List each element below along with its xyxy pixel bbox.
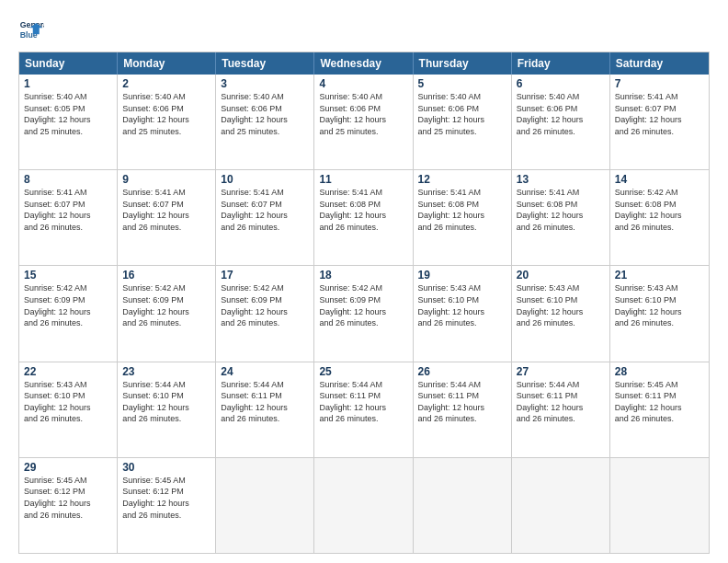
cell-line: Sunrise: 5:44 AM bbox=[122, 379, 210, 391]
cell-line: Sunrise: 5:41 AM bbox=[615, 91, 704, 103]
day-number: 22 bbox=[24, 365, 112, 378]
cell-line: and 26 minutes. bbox=[418, 222, 506, 234]
cell-line: Daylight: 12 hours bbox=[24, 306, 112, 318]
cell-line: Daylight: 12 hours bbox=[122, 306, 210, 318]
day-cell-12: 12Sunrise: 5:41 AMSunset: 6:08 PMDayligh… bbox=[414, 170, 512, 265]
cell-line: Sunset: 6:11 PM bbox=[517, 390, 605, 402]
cell-line: Sunrise: 5:42 AM bbox=[24, 282, 112, 294]
cell-line: Sunset: 6:11 PM bbox=[319, 390, 407, 402]
day-number: 20 bbox=[517, 269, 605, 282]
cell-line: Sunset: 6:07 PM bbox=[24, 199, 112, 211]
cell-line: Sunset: 6:07 PM bbox=[615, 103, 704, 115]
day-number: 13 bbox=[517, 173, 605, 186]
day-number: 2 bbox=[122, 77, 210, 90]
cell-line: Sunrise: 5:41 AM bbox=[24, 187, 112, 199]
cell-line: Sunrise: 5:43 AM bbox=[615, 282, 704, 294]
day-number: 6 bbox=[517, 77, 605, 90]
cell-line: Sunset: 6:06 PM bbox=[319, 103, 407, 115]
cell-line: Sunset: 6:06 PM bbox=[221, 103, 309, 115]
day-cell-22: 22Sunrise: 5:43 AMSunset: 6:10 PMDayligh… bbox=[19, 362, 118, 457]
cell-line: and 26 minutes. bbox=[319, 222, 407, 234]
cell-line: Sunrise: 5:45 AM bbox=[24, 475, 112, 487]
calendar-row-2: 8Sunrise: 5:41 AMSunset: 6:07 PMDaylight… bbox=[19, 169, 709, 265]
cell-line: Daylight: 12 hours bbox=[319, 306, 407, 318]
cell-line: and 25 minutes. bbox=[319, 126, 407, 138]
cell-line: Sunset: 6:10 PM bbox=[122, 390, 210, 402]
day-cell-7: 7Sunrise: 5:41 AMSunset: 6:07 PMDaylight… bbox=[610, 75, 709, 169]
cell-line: Daylight: 12 hours bbox=[615, 306, 704, 318]
day-number: 29 bbox=[24, 461, 112, 474]
day-cell-8: 8Sunrise: 5:41 AMSunset: 6:07 PMDaylight… bbox=[19, 170, 118, 265]
cell-line: Daylight: 12 hours bbox=[517, 114, 605, 126]
cell-line: Daylight: 12 hours bbox=[221, 402, 309, 414]
cell-line: Sunset: 6:12 PM bbox=[24, 486, 112, 498]
cell-line: Daylight: 12 hours bbox=[517, 210, 605, 222]
cell-line: and 26 minutes. bbox=[122, 510, 210, 522]
day-number: 28 bbox=[615, 365, 704, 378]
day-cell-2: 2Sunrise: 5:40 AMSunset: 6:06 PMDaylight… bbox=[118, 75, 216, 169]
weekday-header-wednesday: Wednesday bbox=[314, 52, 413, 75]
cell-line: and 25 minutes. bbox=[122, 126, 210, 138]
day-cell-27: 27Sunrise: 5:44 AMSunset: 6:11 PMDayligh… bbox=[512, 362, 610, 457]
cell-line: Daylight: 12 hours bbox=[24, 498, 112, 510]
cell-line: Daylight: 12 hours bbox=[418, 210, 506, 222]
cell-line: Daylight: 12 hours bbox=[418, 306, 506, 318]
day-cell-19: 19Sunrise: 5:43 AMSunset: 6:10 PMDayligh… bbox=[414, 266, 512, 361]
cell-line: Sunrise: 5:42 AM bbox=[319, 282, 407, 294]
cell-line: Sunset: 6:11 PM bbox=[221, 390, 309, 402]
cell-line: and 26 minutes. bbox=[24, 317, 112, 329]
cell-line: Sunrise: 5:40 AM bbox=[517, 91, 605, 103]
cell-line: Daylight: 12 hours bbox=[615, 210, 704, 222]
day-cell-1: 1Sunrise: 5:40 AMSunset: 6:05 PMDaylight… bbox=[19, 75, 118, 169]
day-cell-15: 15Sunrise: 5:42 AMSunset: 6:09 PMDayligh… bbox=[19, 266, 118, 361]
cell-line: and 26 minutes. bbox=[517, 222, 605, 234]
day-number: 4 bbox=[319, 77, 407, 90]
weekday-header-sunday: Sunday bbox=[19, 52, 118, 75]
cell-line: Sunrise: 5:44 AM bbox=[517, 379, 605, 391]
day-cell-24: 24Sunrise: 5:44 AMSunset: 6:11 PMDayligh… bbox=[216, 362, 314, 457]
day-number: 17 bbox=[221, 269, 309, 282]
day-number: 1 bbox=[24, 77, 112, 90]
calendar-row-5: 29Sunrise: 5:45 AMSunset: 6:12 PMDayligh… bbox=[19, 457, 709, 553]
day-number: 11 bbox=[319, 173, 407, 186]
day-number: 19 bbox=[418, 269, 506, 282]
cell-line: Daylight: 12 hours bbox=[221, 114, 309, 126]
cell-line: Daylight: 12 hours bbox=[517, 402, 605, 414]
day-number: 16 bbox=[122, 269, 210, 282]
cell-line: and 26 minutes. bbox=[615, 413, 704, 425]
cell-line: Sunset: 6:09 PM bbox=[122, 294, 210, 306]
logo-icon: General Blue bbox=[18, 17, 44, 42]
day-number: 12 bbox=[418, 173, 506, 186]
cell-line: Daylight: 12 hours bbox=[418, 114, 506, 126]
calendar: SundayMondayTuesdayWednesdayThursdayFrid… bbox=[18, 52, 710, 554]
cell-line: Sunrise: 5:44 AM bbox=[418, 379, 506, 391]
cell-line: Sunset: 6:10 PM bbox=[24, 390, 112, 402]
calendar-row-1: 1Sunrise: 5:40 AMSunset: 6:05 PMDaylight… bbox=[19, 75, 709, 169]
weekday-header-tuesday: Tuesday bbox=[216, 52, 314, 75]
cell-line: Sunset: 6:09 PM bbox=[221, 294, 309, 306]
cell-line: and 26 minutes. bbox=[122, 222, 210, 234]
day-number: 23 bbox=[122, 365, 210, 378]
cell-line: Sunset: 6:08 PM bbox=[615, 199, 704, 211]
cell-line: and 26 minutes. bbox=[517, 317, 605, 329]
cell-line: and 26 minutes. bbox=[615, 222, 704, 234]
weekday-header-thursday: Thursday bbox=[414, 52, 512, 75]
logo: General Blue bbox=[18, 17, 48, 42]
calendar-body: 1Sunrise: 5:40 AMSunset: 6:05 PMDaylight… bbox=[19, 75, 709, 553]
cell-line: Sunset: 6:08 PM bbox=[319, 199, 407, 211]
cell-line: Sunrise: 5:40 AM bbox=[221, 91, 309, 103]
day-cell-25: 25Sunrise: 5:44 AMSunset: 6:11 PMDayligh… bbox=[314, 362, 413, 457]
cell-line: and 25 minutes. bbox=[24, 126, 112, 138]
empty-cell bbox=[512, 458, 610, 553]
cell-line: and 26 minutes. bbox=[517, 413, 605, 425]
cell-line: and 26 minutes. bbox=[418, 413, 506, 425]
cell-line: Sunset: 6:06 PM bbox=[517, 103, 605, 115]
day-cell-3: 3Sunrise: 5:40 AMSunset: 6:06 PMDaylight… bbox=[216, 75, 314, 169]
day-cell-26: 26Sunrise: 5:44 AMSunset: 6:11 PMDayligh… bbox=[414, 362, 512, 457]
day-number: 9 bbox=[122, 173, 210, 186]
cell-line: and 26 minutes. bbox=[517, 126, 605, 138]
cell-line: Sunset: 6:11 PM bbox=[418, 390, 506, 402]
cell-line: Sunrise: 5:43 AM bbox=[418, 282, 506, 294]
cell-line: Sunset: 6:08 PM bbox=[418, 199, 506, 211]
day-number: 10 bbox=[221, 173, 309, 186]
